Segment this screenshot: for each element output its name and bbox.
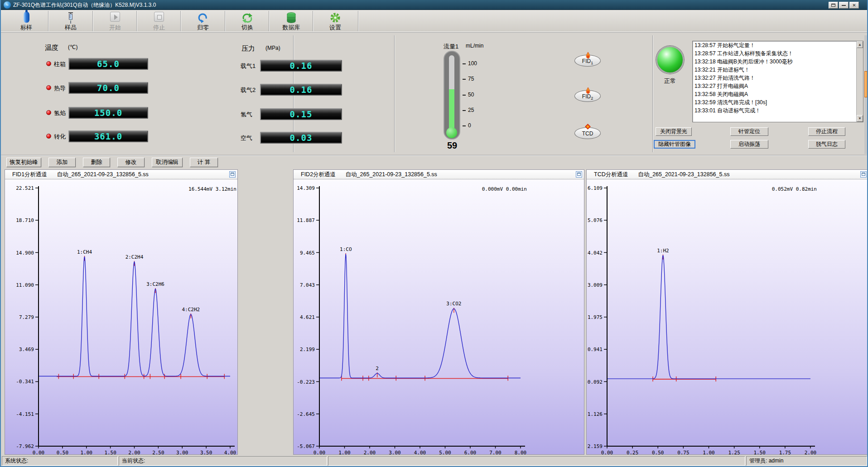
stop-flow-button[interactable]: 停止流程 — [808, 127, 845, 136]
toolbar-start-button[interactable]: 开始 — [93, 10, 137, 32]
delete-peak-button[interactable]: 删除 — [83, 158, 110, 167]
svg-text:0.00: 0.00 — [33, 450, 45, 454]
tcd-detector-button[interactable]: TCD — [574, 127, 601, 139]
svg-text:11.887: 11.887 — [297, 217, 315, 223]
restore-window-button[interactable] — [829, 2, 838, 9]
modify-peak-button[interactable]: 修改 — [117, 158, 145, 167]
maximize-chart-icon[interactable] — [229, 171, 236, 178]
svg-text:0.75: 0.75 — [677, 450, 690, 454]
svg-text:0.941: 0.941 — [588, 347, 603, 352]
svg-text:1.25: 1.25 — [728, 450, 740, 454]
pressure-row-label: 空气 — [241, 134, 252, 142]
toolbar-switch-button[interactable]: 切换 — [226, 10, 269, 32]
minimize-window-button[interactable] — [839, 2, 849, 9]
maximize-chart-icon[interactable] — [860, 171, 867, 178]
status-bar: 系统状态: 当前状态: 管理员: admin — [1, 456, 867, 466]
flow-tick-label: 50 — [468, 91, 474, 98]
svg-text:3:CO2: 3:CO2 — [446, 301, 461, 307]
pressure-unit: (MPa) — [265, 45, 280, 51]
svg-text:0.50: 0.50 — [57, 450, 69, 454]
add-peak-button[interactable]: 添加 — [48, 158, 76, 167]
status-lamp-label: 正常 — [656, 77, 684, 85]
svg-text:-0.223: -0.223 — [297, 379, 315, 385]
svg-text:-7.962: -7.962 — [16, 443, 34, 449]
close-backlight-button[interactable]: 关闭背景光 — [656, 127, 692, 136]
flame-icon — [586, 51, 590, 57]
log-line: 13:32:27 打开电磁阀A — [693, 82, 856, 90]
toolbar-zero-button[interactable]: 归零 — [181, 10, 225, 32]
log-list: 13:28:57 开始标气定量！13:28:57 工作站进入标样预备采集状态！1… — [693, 41, 856, 115]
svg-text:14.309: 14.309 — [297, 185, 315, 191]
restore-initial-peaks-button[interactable]: 恢复初始峰 — [6, 158, 41, 167]
svg-text:0.000mV 0.00min: 0.000mV 0.00min — [482, 186, 527, 192]
hide-needle-image-button[interactable]: 隐藏针管图像 — [654, 140, 695, 149]
toolbar-database-button[interactable]: 数据库 — [270, 10, 313, 32]
svg-text:1:CO: 1:CO — [340, 246, 352, 252]
flow-tick-label: 0 — [468, 122, 471, 129]
scroll-up-icon[interactable]: ▲ — [857, 41, 863, 48]
pressure-carrier2-display: 0.16 — [260, 84, 342, 96]
pressure-row-label: 载气1 — [241, 62, 256, 70]
svg-text:3.009: 3.009 — [588, 282, 603, 288]
svg-text:-2.645: -2.645 — [297, 411, 315, 417]
toolbar-standard-sample-button[interactable]: 标样 — [5, 10, 48, 32]
maximize-chart-icon[interactable] — [576, 171, 582, 178]
log-panel[interactable]: 13:28:57 开始标气定量！13:28:57 工作站进入标样预备采集状态！1… — [692, 41, 863, 122]
reset-arrow-icon — [181, 10, 225, 24]
scroll-down-icon[interactable]: ▼ — [857, 115, 863, 122]
svg-text:3.00: 3.00 — [389, 450, 401, 454]
svg-text:2.00: 2.00 — [805, 450, 817, 454]
svg-text:3.469: 3.469 — [19, 347, 34, 352]
window-title: ZF-301Q色谱工作站(301Q自动（绝缘油）K528.M)V3.1.3.0 — [13, 0, 156, 10]
svg-text:1.975: 1.975 — [588, 314, 603, 320]
log-line: 13:32:58 关闭电磁阀A — [693, 90, 856, 98]
gear-icon — [313, 10, 357, 24]
close-window-button[interactable]: ✕ — [849, 2, 859, 9]
temperature-unit: (℃) — [68, 44, 77, 50]
cancel-edit-button[interactable]: 取消编辑 — [152, 158, 183, 167]
flow-gauge-fill — [449, 89, 454, 132]
chromatogram-plot[interactable]: 22.52118.71014.90011.0907.2793.469-0.341… — [5, 179, 237, 454]
svg-text:-0.341: -0.341 — [16, 379, 34, 385]
needle-position-button[interactable]: 针管定位 — [730, 127, 768, 136]
switch-arrows-icon — [226, 10, 269, 24]
status-led — [46, 85, 51, 90]
svg-text:-1.126: -1.126 — [587, 411, 603, 417]
degas-log-button[interactable]: 脱气日志 — [808, 140, 845, 149]
chromatogram-plot[interactable]: 6.1095.0764.0423.0091.9750.941-0.092-1.1… — [587, 179, 868, 454]
log-scrollbar[interactable]: ▲ ▼ — [856, 41, 863, 122]
svg-text:-2.159: -2.159 — [587, 443, 603, 449]
toolbar-stop-button[interactable]: 停止 — [137, 10, 181, 32]
svg-text:1.50: 1.50 — [754, 450, 766, 454]
chart-header: TCD分析通道 自动_265_2021-09-23_132856_5.ss — [587, 170, 868, 179]
svg-text:0.00: 0.00 — [601, 450, 613, 454]
flow-value: 59 — [441, 140, 463, 151]
chart-channel-name: FID2分析通道 — [301, 171, 336, 178]
svg-text:4.00: 4.00 — [414, 450, 426, 454]
fid2-detector-button[interactable]: FID2 — [574, 90, 601, 102]
svg-text:4.621: 4.621 — [300, 314, 315, 320]
temp-tcd-display: 70.0 — [68, 82, 148, 94]
svg-text:-4.151: -4.151 — [16, 411, 34, 417]
pressure-row-label: 氢气 — [241, 111, 252, 119]
pressure-carrier1-display: 0.16 — [260, 60, 342, 72]
toolbar-sample-button[interactable]: 样品 — [49, 10, 92, 32]
start-shake-button[interactable]: 启动振荡 — [730, 140, 768, 149]
fid1-detector-button[interactable]: FID1 — [574, 55, 601, 67]
app-logo-icon: ~ — [4, 1, 11, 9]
play-icon — [93, 10, 137, 24]
svg-text:1.00: 1.00 — [703, 450, 715, 454]
svg-text:7.279: 7.279 — [19, 314, 34, 320]
side-scrollbar-thumb[interactable] — [864, 71, 868, 97]
toolbar-settings-button[interactable]: 设置 — [313, 10, 357, 32]
chromatogram-plot[interactable]: 14.30911.8879.4657.0434.6212.199-0.223-2… — [294, 179, 584, 454]
calculate-button[interactable]: 计 算 — [190, 158, 218, 167]
status-lamp — [656, 46, 684, 74]
database-icon — [270, 10, 313, 24]
flow-gauge-unit: mL/min — [466, 43, 483, 49]
svg-text:2:C2H4: 2:C2H4 — [125, 254, 144, 260]
chart-header: FID2分析通道 自动_265_2021-09-23_132856_5.ss — [294, 170, 584, 179]
pressure-hydrogen-display: 0.15 — [260, 108, 342, 120]
log-line: 13:32:18 电磁阀B关闭后缓冲！3000毫秒 — [693, 58, 856, 66]
svg-text:8.00: 8.00 — [515, 450, 527, 454]
